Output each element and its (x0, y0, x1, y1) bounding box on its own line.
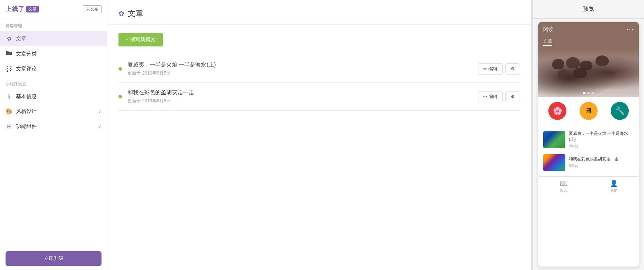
chevron-down-icon: ∨ (98, 109, 102, 114)
sidebar-item-articles[interactable]: ✿ 文章 (0, 31, 107, 46)
article-title: 和我在彩色的圣胡安走一走 (127, 89, 473, 96)
article-actions: ✏ 编辑 ⚙ (478, 63, 520, 75)
chevron-down-icon: ∨ (98, 124, 102, 129)
gear-icon: ⚙ (511, 94, 515, 99)
info-icon: ℹ (6, 93, 12, 100)
sidebar: 上线了 文章 未发布 博客管理 ✿ 文章 文章分类 💬 文章评论 小程序设置 ℹ… (0, 0, 107, 270)
phone-more-icon: ··· (627, 26, 634, 33)
phone-nav-label: 阅读 (560, 188, 567, 193)
brand-name: 上线了 (6, 5, 24, 13)
brand-area: 上线了 文章 (6, 5, 39, 13)
sidebar-item-style[interactable]: 🎨 风格设计 ∨ (0, 104, 107, 119)
comment-icon: 💬 (6, 66, 12, 72)
edit-button[interactable]: ✏ 编辑 (478, 63, 503, 75)
edit-icon: ✏ (483, 94, 487, 99)
article-thumbnail (543, 154, 565, 171)
preview-panel: 预览 阅读 ··· 文章 (533, 0, 644, 270)
phone-nav-read[interactable]: 📖 阅读 (538, 180, 589, 193)
new-post-button[interactable]: + 撰写新博文 (118, 33, 163, 46)
edit-label: 编辑 (488, 66, 497, 72)
phone-subnav: 文章 (538, 36, 639, 49)
read-icon: 📖 (560, 180, 567, 187)
article-list: 夏威夷：一半是火焰 一半是海水(上) 更新于 2019年6月5日 ✏ 编辑 ⚙ (118, 55, 520, 111)
preview-phone: 阅读 ··· 文章 (538, 22, 639, 267)
phone-topbar: 阅读 ··· (538, 22, 639, 36)
status-dot (118, 95, 122, 98)
edit-button[interactable]: ✏ 编辑 (478, 91, 503, 102)
phone-article-title: 和我在彩色的圣胡安走一走 (569, 156, 634, 162)
article-actions: ✏ 编辑 ⚙ (478, 91, 520, 102)
article-title: 夏威夷：一半是火焰 一半是海水(上) (127, 61, 473, 69)
hero-dots (583, 92, 594, 94)
page-icon: ✿ (118, 9, 124, 18)
monitor-icon[interactable]: 🖥 (580, 102, 598, 120)
tools-icon[interactable]: 🔧 (611, 102, 629, 120)
flower-icon[interactable]: 🌸 (548, 102, 566, 120)
phone-article-info: 和我在彩色的圣胡安走一走 3年前 (569, 156, 634, 168)
status-badge: 未发布 (83, 5, 102, 13)
phone-topbar-title: 阅读 (543, 26, 554, 33)
upgrade-button[interactable]: 立即升级 (6, 251, 102, 266)
settings-button[interactable]: ⚙ (505, 63, 520, 75)
sidebar-item-label: 文章分类 (16, 51, 102, 57)
gear-icon: ⚙ (511, 66, 515, 71)
sidebar-item-basic[interactable]: ℹ 基本信息 (0, 89, 107, 104)
edit-icon: ✏ (483, 66, 487, 71)
style-icon: 🎨 (6, 108, 12, 115)
page-title: 文章 (128, 8, 143, 19)
article-icon: ✿ (6, 35, 12, 42)
sidebar-item-label: 文章评论 (16, 66, 102, 72)
hero-dot (583, 92, 586, 94)
phone-bottom-nav: 📖 阅读 👤 我的 (538, 176, 639, 194)
phone-hero (538, 49, 639, 97)
sidebar-item-label: 基本信息 (16, 93, 102, 100)
list-item: 夏威夷：一半是火焰 一半是海水(上) 2年前 (538, 128, 639, 151)
sidebar-header: 上线了 文章 未发布 (0, 0, 107, 18)
sidebar-item-categories[interactable]: 文章分类 (0, 46, 107, 61)
phone-subnav-item: 文章 (543, 38, 552, 46)
settings-button[interactable]: ⚙ (505, 91, 520, 102)
blog-management-label: 博客管理 (0, 18, 107, 31)
list-item: 和我在彩色的圣胡安走一走 3年前 (538, 151, 639, 174)
phone-nav-label: 我的 (610, 188, 618, 193)
main-body: + 撰写新博文 夏威夷：一半是火焰 一半是海水(上) 更新于 2019年6月5日… (107, 25, 531, 119)
hero-image (538, 49, 639, 97)
sidebar-item-widgets[interactable]: ⊞ 功能组件 ∨ (0, 119, 107, 134)
sidebar-item-comments[interactable]: 💬 文章评论 (0, 61, 107, 76)
phone-article-time: 3年前 (569, 163, 634, 168)
brand-badge: 文章 (26, 6, 39, 12)
hero-dot (588, 92, 590, 94)
status-dot (118, 67, 122, 71)
phone-article-time: 2年前 (569, 143, 634, 149)
folder-icon (6, 50, 12, 57)
article-thumbnail (543, 131, 565, 148)
table-row: 和我在彩色的圣胡安走一走 更新于 2019年6月5日 ✏ 编辑 ⚙ (118, 83, 520, 111)
sidebar-bottom: 立即升级 (0, 247, 107, 270)
main-content: ✿ 文章 + 撰写新博文 夏威夷：一半是火焰 一半是海水(上) 更新于 2019… (107, 0, 531, 270)
widgets-icon: ⊞ (6, 123, 12, 130)
hero-dot (592, 92, 594, 94)
sidebar-item-label: 风格设计 (16, 108, 95, 115)
sidebar-item-label: 功能组件 (16, 123, 95, 130)
article-info: 夏威夷：一半是火焰 一半是海水(上) 更新于 2019年6月5日 (127, 61, 473, 76)
article-info: 和我在彩色的圣胡安走一走 更新于 2019年6月5日 (127, 89, 473, 104)
phone-article-title: 夏威夷：一半是火焰 一半是海水(上) (569, 131, 634, 142)
phone-article-info: 夏威夷：一半是火焰 一半是海水(上) 2年前 (569, 131, 634, 149)
table-row: 夏威夷：一半是火焰 一半是海水(上) 更新于 2019年6月5日 ✏ 编辑 ⚙ (118, 55, 520, 83)
article-date: 更新于 2019年6月5日 (127, 98, 473, 104)
phone-article-list: 夏威夷：一半是火焰 一半是海水(上) 2年前 和我在彩色的圣胡安走一走 3年前 (538, 125, 639, 176)
phone-nav-profile[interactable]: 👤 我的 (589, 180, 639, 193)
main-header: ✿ 文章 (107, 0, 531, 25)
miniapp-label: 小程序设置 (0, 76, 107, 89)
profile-icon: 👤 (610, 180, 618, 187)
edit-label: 编辑 (488, 94, 497, 100)
preview-header: 预览 (533, 0, 644, 19)
article-date: 更新于 2019年6月5日 (127, 70, 473, 76)
sidebar-item-label: 文章 (16, 35, 102, 42)
phone-icons-row: 🌸 🖥 🔧 (538, 97, 639, 125)
